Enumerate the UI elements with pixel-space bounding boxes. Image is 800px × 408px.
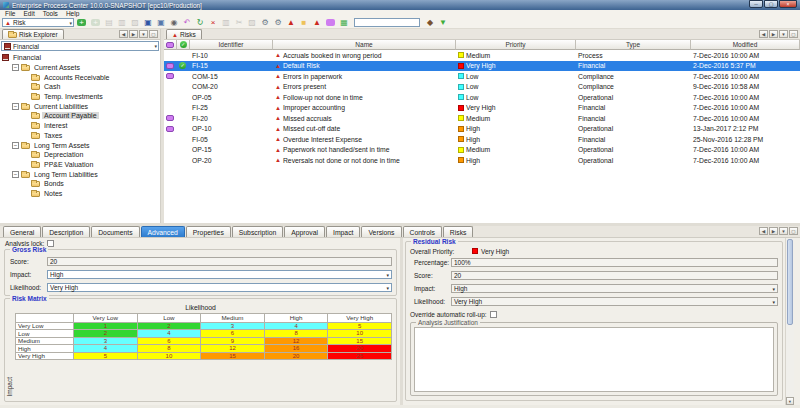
explorer-next-button[interactable]: ▶: [129, 30, 138, 38]
tab-general[interactable]: General: [3, 226, 41, 237]
tree-item-long-term-liabilities[interactable]: Long Term Liabilities: [0, 169, 160, 179]
detail-maximize-button[interactable]: ▢: [789, 227, 798, 235]
matrix-cell-very-high-low[interactable]: 10: [138, 353, 202, 361]
toolbar-add-icon[interactable]: +: [77, 19, 86, 26]
expander-icon[interactable]: [12, 171, 19, 178]
tree-item-notes[interactable]: Notes: [0, 189, 160, 199]
analysis-lock-checkbox[interactable]: [47, 240, 54, 247]
risks-prev-button[interactable]: ◀: [759, 30, 768, 38]
detail-menu-button[interactable]: ▼: [779, 227, 788, 235]
toolbar-delete-icon[interactable]: ×: [207, 17, 219, 28]
matrix-cell-medium-medium[interactable]: 9: [201, 338, 265, 346]
column-modified[interactable]: Modified: [691, 40, 800, 50]
tree-item-current-liabilities[interactable]: Current Liabilities: [0, 101, 160, 111]
risk-row-op-15[interactable]: OP-15▲Paperwork not handled/sent in time…: [164, 145, 800, 156]
expander-icon[interactable]: [12, 142, 19, 149]
tree-item-interest[interactable]: Interest: [0, 121, 160, 131]
tree-item-long-term-assets[interactable]: Long Term Assets: [0, 140, 160, 150]
column-priority[interactable]: Priority: [456, 40, 576, 50]
toolbar-save-all-icon[interactable]: ▣: [155, 17, 167, 28]
tree-item-financial[interactable]: Financial: [0, 53, 160, 63]
risks-maximize-button[interactable]: ▢: [789, 30, 798, 38]
gross-likelihood-select[interactable]: Very High: [47, 283, 392, 292]
risk-row-com-20[interactable]: COM-20▲Errors presentLowCompliance9-Dec-…: [164, 82, 800, 93]
expander-icon[interactable]: [12, 103, 19, 110]
detail-next-button[interactable]: ▶: [769, 227, 778, 235]
risk-row-fi-25[interactable]: FI-25▲Improper accountingVery HighFinanc…: [164, 103, 800, 114]
matrix-cell-medium-very-high[interactable]: 15: [328, 338, 392, 346]
residual-scrollbar[interactable]: ▾: [785, 238, 794, 405]
tree-item-current-assets[interactable]: Current Assets: [0, 63, 160, 73]
matrix-cell-very-high-very-high[interactable]: 25: [328, 353, 392, 361]
menu-edit[interactable]: Edit: [19, 10, 38, 17]
risks-menu-button[interactable]: ▼: [779, 30, 788, 38]
toolbar-import-icon[interactable]: ◆: [424, 17, 436, 28]
matrix-cell-very-low-high[interactable]: 4: [265, 323, 329, 331]
detail-prev-button[interactable]: ◀: [759, 227, 768, 235]
matrix-cell-very-high-very-low[interactable]: 5: [74, 353, 138, 361]
column-approved[interactable]: ✓: [177, 40, 190, 50]
explorer-maximize-button[interactable]: ▢: [149, 30, 158, 38]
toolbar-preferences-icon[interactable]: ⚙: [272, 17, 284, 28]
override-rollup-checkbox[interactable]: [490, 311, 497, 318]
risk-row-op-05[interactable]: OP-05▲Follow-up not done in timeLowOpera…: [164, 92, 800, 103]
tab-impact[interactable]: Impact: [326, 226, 360, 237]
matrix-cell-medium-low[interactable]: 6: [138, 338, 202, 346]
toolbar-search-input[interactable]: [354, 18, 420, 27]
matrix-cell-high-medium[interactable]: 12: [201, 345, 265, 353]
matrix-cell-low-very-high[interactable]: 10: [328, 330, 392, 338]
matrix-cell-low-low[interactable]: 4: [138, 330, 202, 338]
explorer-root-selector[interactable]: Financial: [1, 41, 159, 51]
tab-documents[interactable]: Documents: [91, 226, 139, 237]
matrix-cell-very-low-very-low[interactable]: 1: [74, 323, 138, 331]
scroll-down-button[interactable]: ▾: [786, 397, 794, 405]
matrix-cell-very-high-medium[interactable]: 15: [201, 353, 265, 361]
matrix-cell-high-very-high[interactable]: 20: [328, 345, 392, 353]
toolbar-risk-report-icon[interactable]: ▲: [311, 17, 323, 28]
matrix-cell-very-low-low[interactable]: 2: [138, 323, 202, 331]
column-type[interactable]: Type: [576, 40, 691, 50]
tree-item-temp-investments[interactable]: Temp. Investments: [0, 92, 160, 102]
scrollbar-thumb[interactable]: [787, 239, 793, 325]
tree-item-account-payable[interactable]: Account Payable: [0, 111, 160, 121]
analysis-justification-textarea[interactable]: [414, 327, 774, 392]
menu-help[interactable]: Help: [62, 10, 83, 17]
toolbar-risk-icon[interactable]: ▲: [285, 17, 297, 28]
toolbar-filter-icon[interactable]: ▼: [437, 17, 449, 28]
tree-item-taxes[interactable]: Taxes: [0, 131, 160, 141]
matrix-cell-high-low[interactable]: 8: [138, 345, 202, 353]
explorer-menu-button[interactable]: ▼: [139, 30, 148, 38]
matrix-cell-high-high[interactable]: 16: [265, 345, 329, 353]
close-button[interactable]: ×: [779, 0, 797, 8]
toolbar-undo-icon[interactable]: ↶: [181, 17, 193, 28]
explorer-prev-button[interactable]: ◀: [119, 30, 128, 38]
matrix-cell-low-high[interactable]: 8: [265, 330, 329, 338]
risks-next-button[interactable]: ▶: [769, 30, 778, 38]
matrix-cell-very-high-high[interactable]: 20: [265, 353, 329, 361]
toolbar-comment-icon[interactable]: [326, 19, 335, 26]
risk-row-com-15[interactable]: COM-15▲Errors in paperworkLowCompliance7…: [164, 71, 800, 82]
tab-approval[interactable]: Approval: [284, 226, 325, 237]
tree-item-accounts-receivable[interactable]: Accounts Receivable: [0, 72, 160, 82]
toolbar-save-icon[interactable]: ▣: [142, 17, 154, 28]
menu-file[interactable]: File: [1, 10, 19, 17]
menu-tools[interactable]: Tools: [39, 10, 62, 17]
tree-item-bonds[interactable]: Bonds: [0, 179, 160, 189]
tab-advanced[interactable]: Advanced: [141, 226, 185, 237]
toolbar-settings-icon[interactable]: ⚙: [259, 17, 271, 28]
tree-item-cash[interactable]: Cash: [0, 82, 160, 92]
toolbar-search-icon[interactable]: ◉: [168, 17, 180, 28]
gross-impact-select[interactable]: High: [47, 270, 392, 279]
column-identifier[interactable]: Identifier: [190, 40, 273, 50]
tab-versions[interactable]: Versions: [361, 226, 401, 237]
tab-risk-explorer[interactable]: Risk Explorer: [2, 29, 64, 39]
tab-description[interactable]: Description: [42, 226, 90, 237]
risk-row-fi-15[interactable]: ✓FI-15▲Default RiskVery HighFinancial2-D…: [164, 61, 800, 72]
tree-item-pp-e-valuation[interactable]: PP&E Valuation: [0, 160, 160, 170]
risk-row-op-10[interactable]: OP-10▲Missed cut-off dateHighOperational…: [164, 124, 800, 135]
residual-impact-select[interactable]: High: [451, 284, 778, 293]
matrix-cell-medium-high[interactable]: 12: [265, 338, 329, 346]
risk-row-op-20[interactable]: OP-20▲Reversals not done or not done in …: [164, 155, 800, 166]
tab-risks[interactable]: ▲ Risks: [166, 29, 202, 39]
risk-row-fi-05[interactable]: FI-05▲Overdue Interest ExpenseHighFinanc…: [164, 134, 800, 145]
